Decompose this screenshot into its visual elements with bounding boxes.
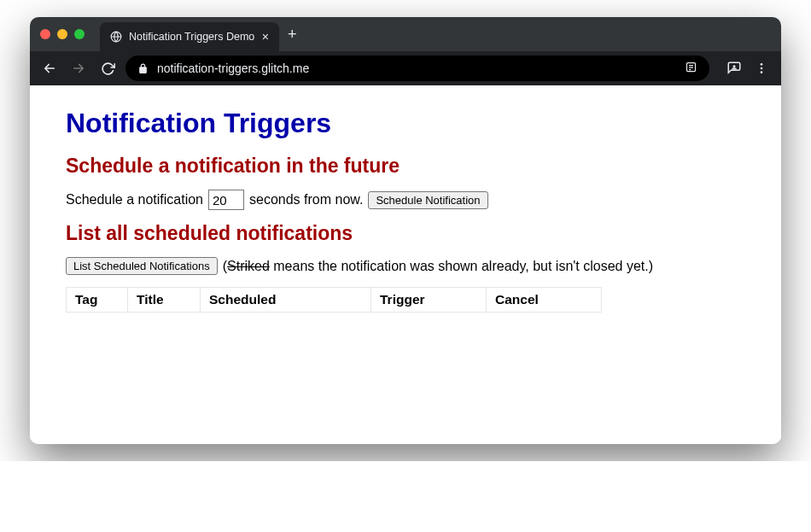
profile-icon[interactable] — [723, 57, 745, 79]
browser-window: Notification Triggers Demo × + notificat… — [30, 17, 781, 444]
tab-strip: Notification Triggers Demo × + — [30, 17, 781, 51]
globe-icon — [110, 31, 122, 43]
schedule-heading: Schedule a notification in the future — [66, 155, 745, 178]
striked-word: Striked — [227, 259, 270, 273]
list-button[interactable]: List Scheduled Notifications — [66, 257, 218, 275]
seconds-input[interactable] — [208, 190, 244, 210]
notifications-table: Tag Title Scheduled Trigger Cancel — [66, 287, 602, 313]
svg-point-5 — [733, 65, 736, 67]
back-button[interactable] — [38, 57, 61, 79]
col-cancel: Cancel — [487, 288, 602, 313]
note-text: (Striked means the notification was show… — [223, 259, 653, 274]
col-trigger: Trigger — [371, 288, 487, 313]
new-tab-button[interactable]: + — [288, 26, 297, 42]
svg-point-8 — [761, 71, 763, 73]
svg-point-7 — [761, 67, 763, 70]
url-text: notification-triggers.glitch.me — [157, 61, 676, 75]
col-title: Title — [128, 288, 201, 313]
reload-button[interactable] — [96, 57, 119, 79]
maximize-window-button[interactable] — [74, 29, 85, 39]
forward-button[interactable] — [67, 57, 90, 79]
minimize-window-button[interactable] — [57, 29, 67, 39]
col-tag: Tag — [67, 288, 128, 313]
browser-tab[interactable]: Notification Triggers Demo × — [100, 22, 279, 51]
list-row: List Scheduled Notifications (Striked me… — [66, 257, 745, 275]
col-scheduled: Scheduled — [201, 288, 371, 313]
window-controls — [40, 29, 85, 39]
schedule-button[interactable]: Schedule Notification — [368, 191, 487, 209]
page-title: Notification Triggers — [66, 108, 745, 139]
toolbar-actions — [723, 57, 773, 79]
menu-icon[interactable] — [750, 57, 773, 79]
schedule-prefix: Schedule a notification — [66, 192, 203, 208]
lock-icon — [137, 63, 149, 74]
tab-title: Notification Triggers Demo — [129, 31, 255, 43]
close-window-button[interactable] — [40, 29, 50, 39]
address-bar[interactable]: notification-triggers.glitch.me — [125, 56, 709, 81]
schedule-suffix: seconds from now. — [249, 192, 363, 208]
schedule-row: Schedule a notification seconds from now… — [66, 190, 745, 210]
close-tab-icon[interactable]: × — [262, 30, 269, 44]
reader-mode-icon[interactable] — [685, 61, 697, 76]
list-heading: List all scheduled notifications — [66, 222, 745, 245]
browser-toolbar: notification-triggers.glitch.me — [30, 51, 781, 85]
page-content: Notification Triggers Schedule a notific… — [30, 85, 781, 444]
svg-point-6 — [761, 63, 763, 66]
